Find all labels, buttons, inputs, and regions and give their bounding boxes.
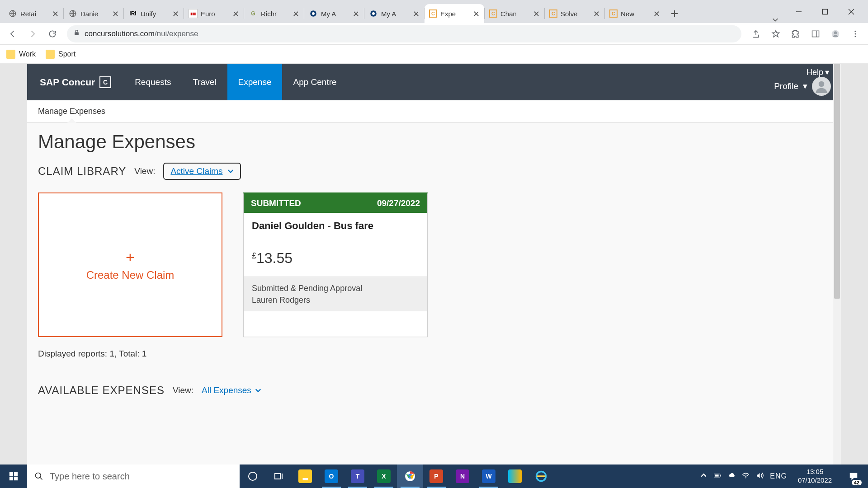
profile-label: Profile	[774, 81, 798, 91]
close-icon[interactable]	[653, 10, 660, 17]
taskbar-excel[interactable]: X	[371, 465, 397, 488]
help-menu[interactable]: Help▾	[807, 67, 829, 77]
extensions-button[interactable]	[787, 25, 805, 43]
forward-button[interactable]	[24, 25, 42, 43]
tab-expense-active[interactable]: C Expe	[425, 4, 484, 23]
claim-card[interactable]: SUBMITTED 09/27/2022 Daniel Goulden - Bu…	[243, 192, 428, 337]
nav-requests[interactable]: Requests	[124, 64, 182, 100]
share-button[interactable]	[747, 25, 765, 43]
claim-library-header: CLAIM LIBRARY View: Active Claims	[38, 163, 830, 180]
tab-mya1[interactable]: My A	[304, 4, 364, 23]
create-new-claim-card[interactable]: + Create New Claim	[38, 192, 222, 337]
profile-avatar-button[interactable]	[826, 25, 844, 43]
concur-logo[interactable]: SAP Concur C	[27, 64, 124, 100]
start-button[interactable]	[0, 465, 27, 488]
address-bar: concursolutions.com/nui/expense	[0, 23, 868, 45]
tab-mya2[interactable]: My A	[364, 4, 424, 23]
taskbar-explorer[interactable]: ▂	[292, 465, 318, 488]
circle-icon	[369, 9, 378, 18]
close-window-button[interactable]	[838, 3, 864, 21]
close-icon[interactable]	[172, 10, 179, 17]
nav-travel[interactable]: Travel	[182, 64, 227, 100]
close-icon[interactable]	[112, 10, 119, 17]
taskbar-app-generic[interactable]	[502, 465, 528, 488]
close-icon[interactable]	[412, 10, 420, 17]
new-tab-button[interactable]	[666, 5, 683, 22]
bookmark-label: Sport	[58, 50, 75, 58]
chrome-menu-button[interactable]	[846, 25, 864, 43]
bookmark-work[interactable]: Work	[6, 50, 36, 59]
wifi-icon[interactable]	[742, 472, 750, 481]
battery-icon[interactable]	[714, 472, 722, 481]
back-button[interactable]	[4, 25, 22, 43]
close-icon[interactable]	[352, 10, 359, 17]
taskbar-ie[interactable]	[528, 465, 554, 488]
close-icon[interactable]	[52, 10, 59, 17]
tab-list-button[interactable]	[765, 17, 786, 23]
tab-chan[interactable]: C Chan	[485, 4, 544, 23]
globe-icon	[8, 9, 17, 18]
tab-richr[interactable]: G Richr	[244, 4, 304, 23]
nav-expense[interactable]: Expense	[227, 64, 283, 100]
view-select-all-expenses[interactable]: All Expenses	[202, 385, 261, 395]
vertical-scrollbar[interactable]	[833, 64, 841, 465]
svg-point-19	[36, 473, 41, 479]
taskbar-onenote[interactable]: N	[449, 465, 476, 488]
folder-icon	[6, 50, 15, 59]
notification-count: 42	[852, 480, 862, 485]
close-icon[interactable]	[292, 10, 299, 17]
nav-appcentre[interactable]: App Centre	[282, 64, 347, 100]
word-icon: W	[482, 469, 495, 483]
profile-menu[interactable]: Profile ▾	[774, 77, 831, 96]
taskbar-word[interactable]: W	[476, 465, 502, 488]
reload-button[interactable]	[43, 25, 61, 43]
chrome-icon	[403, 469, 417, 483]
action-center-button[interactable]: 42	[843, 465, 864, 488]
scrollbar-thumb[interactable]	[834, 64, 840, 299]
browser-tabstrip: Retai Danie IRi Unify ▮▮▮ Euro G Richr M…	[0, 0, 868, 23]
claim-status: SUBMITTED	[251, 198, 301, 208]
sidepanel-button[interactable]	[807, 25, 825, 43]
minimize-button[interactable]	[786, 3, 812, 21]
subnav-manage-expenses[interactable]: Manage Expenses	[38, 107, 105, 122]
svg-point-11	[855, 30, 856, 32]
claim-title: Daniel Goulden - Bus fare	[252, 220, 419, 232]
svg-rect-6	[823, 9, 828, 14]
maximize-button[interactable]	[812, 3, 838, 21]
taskbar-taskview[interactable]	[266, 465, 292, 488]
tab-solve[interactable]: C Solve	[545, 4, 604, 23]
chevron-down-icon	[227, 168, 234, 174]
view-select-active-claims[interactable]: Active Claims	[163, 163, 241, 180]
close-icon[interactable]	[232, 10, 239, 17]
close-icon[interactable]	[472, 10, 480, 17]
taskbar-cortana[interactable]	[240, 465, 266, 488]
taskbar-search[interactable]: Type here to search	[27, 465, 240, 488]
tab-label: New	[621, 10, 650, 18]
taskbar-apps: ▂ O T X P N W	[240, 465, 554, 488]
taskbar-teams[interactable]: T	[344, 465, 371, 488]
taskbar-powerpoint[interactable]: P	[423, 465, 449, 488]
close-icon[interactable]	[593, 10, 600, 17]
tab-label: Solve	[561, 10, 590, 18]
taskbar-clock[interactable]: 13:05 07/10/2022	[793, 468, 836, 485]
close-icon[interactable]	[533, 10, 540, 17]
volume-icon[interactable]	[756, 472, 764, 481]
tray-overflow[interactable]	[700, 472, 708, 481]
chevron-down-icon	[255, 387, 261, 394]
tab-unify[interactable]: IRi Unify	[124, 4, 184, 23]
language-indicator[interactable]: ENG	[770, 472, 787, 480]
url-input[interactable]: concursolutions.com/nui/expense	[67, 25, 741, 42]
bookmark-sport[interactable]: Sport	[46, 50, 75, 59]
tab-daniel[interactable]: Danie	[64, 4, 123, 23]
primary-nav: Requests Travel Expense App Centre	[124, 64, 347, 100]
concur-logo-icon: C	[99, 76, 111, 88]
search-placeholder: Type here to search	[50, 471, 130, 482]
taskbar-chrome[interactable]	[397, 465, 423, 488]
tab-retail[interactable]: Retai	[4, 4, 63, 23]
taskbar-outlook[interactable]: O	[318, 465, 344, 488]
tab-euro[interactable]: ▮▮▮ Euro	[184, 4, 244, 23]
tab-new[interactable]: C New	[605, 4, 665, 23]
bookmark-star-button[interactable]	[767, 25, 785, 43]
lock-icon	[73, 29, 80, 38]
onedrive-icon[interactable]	[728, 472, 736, 481]
